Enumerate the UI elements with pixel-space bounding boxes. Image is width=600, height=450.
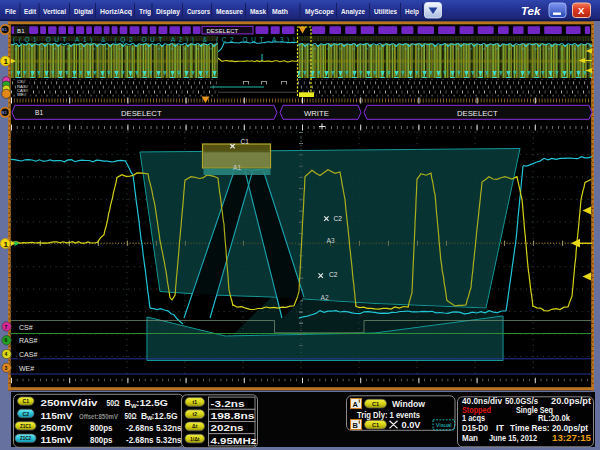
svg-text:RAS#: RAS# — [19, 337, 37, 344]
svg-text:-2.68ns: -2.68ns — [126, 423, 154, 433]
svg-text:4.95MHz: 4.95MHz — [211, 436, 258, 446]
svg-text:4: 4 — [4, 351, 7, 357]
svg-text:C2: C2 — [334, 215, 343, 222]
svg-text:C1: C1 — [23, 398, 30, 404]
svg-text:Mask: Mask — [250, 7, 267, 16]
svg-text::12.5G: :12.5G — [136, 398, 168, 408]
svg-text:Help: Help — [405, 7, 419, 16]
svg-text:Edit: Edit — [24, 7, 36, 16]
svg-text:202ns: 202ns — [211, 423, 244, 433]
svg-text:Z1C2: Z1C2 — [20, 436, 32, 441]
svg-text:D15-D0: D15-D0 — [462, 423, 488, 433]
svg-text:1 acqs: 1 acqs — [462, 413, 485, 423]
svg-text:Analyze: Analyze — [341, 7, 365, 16]
svg-text:Math: Math — [272, 7, 288, 16]
svg-text:C2: C2 — [329, 271, 338, 278]
svg-text:Tek: Tek — [521, 5, 541, 17]
svg-text:A: A — [353, 400, 359, 409]
svg-text:C1: C1 — [372, 422, 379, 428]
svg-text:X: X — [578, 5, 585, 16]
svg-text:A1: A1 — [233, 164, 241, 171]
svg-text:Window: Window — [392, 399, 425, 409]
svg-text:6: 6 — [4, 337, 7, 343]
svg-text:800ps: 800ps — [90, 423, 113, 433]
svg-text:IT: IT — [496, 423, 505, 433]
svg-text:Visual: Visual — [436, 422, 452, 428]
svg-text:DESELECT: DESELECT — [207, 28, 239, 34]
svg-text:B1: B1 — [17, 27, 25, 34]
svg-text:1/Δt: 1/Δt — [190, 436, 200, 442]
svg-text:DESELECT: DESELECT — [121, 109, 162, 118]
svg-text:5.32ns: 5.32ns — [156, 435, 182, 445]
svg-text:B1: B1 — [35, 109, 43, 116]
svg-text:0.0V: 0.0V — [402, 420, 421, 430]
svg-text:B: B — [353, 421, 358, 430]
svg-text:Δt: Δt — [192, 423, 198, 429]
svg-text:C1: C1 — [372, 401, 379, 407]
svg-text:20.0ps/pt: 20.0ps/pt — [551, 396, 591, 406]
svg-text::12.5G: :12.5G — [152, 411, 178, 421]
svg-text:Measure: Measure — [216, 7, 243, 16]
svg-text:50Ω: 50Ω — [125, 411, 137, 421]
svg-text:Utilities: Utilities — [374, 7, 397, 16]
svg-text:A3: A3 — [327, 237, 335, 244]
svg-text:50Ω: 50Ω — [107, 398, 120, 408]
svg-text:13:27:15: 13:27:15 — [552, 433, 591, 443]
svg-text:t1: t1 — [193, 399, 198, 405]
svg-text:WRITE: WRITE — [304, 109, 329, 118]
svg-text:Cursors: Cursors — [187, 7, 210, 16]
svg-text:Offset:850mV: Offset:850mV — [79, 412, 118, 421]
svg-text:Man: Man — [462, 433, 478, 443]
svg-text:C2: C2 — [23, 411, 30, 417]
svg-text:CAS#: CAS# — [19, 351, 37, 358]
svg-text:Vertical: Vertical — [43, 7, 66, 16]
svg-text:1: 1 — [3, 240, 8, 249]
svg-text:WE#: WE# — [17, 92, 27, 97]
svg-text:C1: C1 — [241, 138, 250, 145]
svg-text:MyScope: MyScope — [305, 7, 334, 16]
svg-text:Trig: Trig — [139, 7, 151, 16]
svg-text:800ps: 800ps — [90, 435, 113, 445]
svg-text:250mV/div: 250mV/div — [41, 398, 98, 408]
svg-text:5.32ns: 5.32ns — [156, 423, 182, 433]
svg-text:Trig Dly: 1 events: Trig Dly: 1 events — [357, 410, 420, 420]
svg-text:DESELECT: DESELECT — [457, 109, 498, 118]
svg-text:CS#: CS# — [19, 324, 33, 331]
svg-text:7: 7 — [4, 324, 7, 330]
svg-text:RL:20.0k: RL:20.0k — [538, 413, 570, 423]
svg-text:B1: B1 — [2, 110, 8, 115]
svg-text:3: 3 — [4, 365, 7, 371]
svg-text:t2: t2 — [193, 411, 198, 417]
svg-text:Horiz/Acq: Horiz/Acq — [100, 7, 132, 16]
svg-text:Display: Display — [156, 7, 181, 16]
svg-text:250mV: 250mV — [41, 423, 73, 433]
svg-text:198.8ns: 198.8ns — [211, 411, 255, 421]
svg-text:A2: A2 — [321, 294, 329, 301]
svg-text:June 15, 2012: June 15, 2012 — [489, 433, 537, 443]
svg-text:B: B — [125, 398, 131, 408]
svg-text:Z1C1: Z1C1 — [20, 424, 32, 429]
svg-text:B1: B1 — [2, 27, 8, 32]
svg-text:115mV: 115mV — [41, 411, 73, 421]
svg-text:Time Res: 20.0ps/pt: Time Res: 20.0ps/pt — [510, 423, 588, 433]
svg-text:WE#: WE# — [19, 365, 34, 372]
svg-text:115mV: 115mV — [41, 435, 73, 445]
svg-text:File: File — [5, 7, 16, 16]
svg-text:-2.68ns: -2.68ns — [126, 435, 154, 445]
svg-text:1: 1 — [3, 57, 8, 66]
svg-text:Digital: Digital — [74, 7, 93, 16]
svg-text:-3.2ns: -3.2ns — [211, 399, 245, 409]
